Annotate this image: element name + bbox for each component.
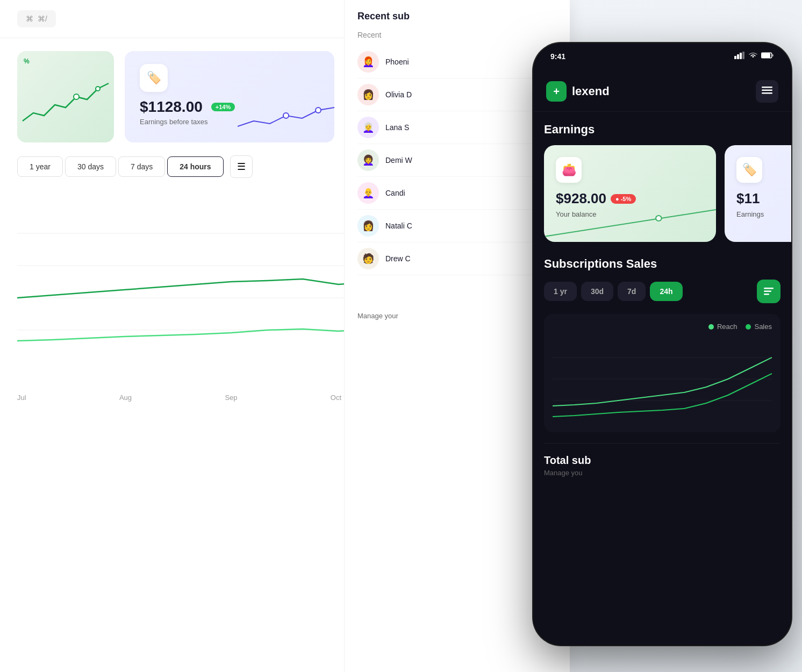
signal-bars-icon [734, 52, 745, 61]
hamburger-menu-button[interactable] [756, 80, 778, 103]
earnings-badge: +14% [211, 103, 235, 111]
battery-icon [761, 52, 774, 60]
subscriber-avatar-2: 👩‍🦳 [357, 117, 379, 138]
filter-1year[interactable]: 1 year [17, 156, 63, 177]
svg-point-19 [656, 216, 662, 221]
earnings-amount-row: $11 [736, 190, 791, 207]
subscriber-avatar-4: 👩‍🦲 [357, 182, 379, 204]
phone-filter-options-button[interactable] [757, 280, 780, 303]
svg-point-0 [74, 94, 79, 99]
x-axis-sep: Sep [225, 394, 237, 402]
phone-earnings-card: 🏷️ $11 Earnings [725, 145, 791, 242]
svg-rect-11 [742, 52, 744, 59]
list-item: 👩‍🦲 Candi [357, 177, 557, 210]
svg-rect-14 [762, 53, 770, 58]
list-item: 👩‍🦳 Lana S [357, 111, 557, 144]
phone-total-sub-title: Total sub [544, 454, 780, 467]
x-axis-aug: Aug [119, 394, 132, 402]
x-axis-oct: Oct [331, 394, 341, 402]
filter-30days[interactable]: 30 days [65, 156, 116, 177]
earnings-section-title: Earnings [544, 123, 780, 137]
app-logo-icon: + [546, 81, 567, 102]
filter-24hours[interactable]: 24 hours [167, 156, 223, 177]
x-axis-jul: Jul [17, 394, 26, 402]
phone-chart-legend: Reach Sales [553, 323, 772, 331]
subscriber-avatar-5: 👩 [357, 215, 379, 237]
svg-rect-10 [740, 53, 742, 59]
subscriber-name-2: Lana S [385, 123, 409, 132]
filter-options-button[interactable]: ☰ [230, 155, 253, 178]
subscriber-name-1: Olivia D [385, 90, 412, 99]
phone-total-sub-section: Total sub Manage you [544, 443, 780, 477]
subscriber-avatar-6: 🧑 [357, 248, 379, 269]
wallet-icon: 👛 [556, 157, 582, 183]
recent-section-label: Recent [357, 31, 557, 39]
app-logo: + lexend [546, 81, 610, 102]
phone-chart-area: Reach Sales [544, 314, 780, 432]
phone-navbar: + lexend [533, 76, 791, 112]
wifi-icon [748, 52, 758, 61]
phone-earnings-cards: 👛 $928.00 ● -5% Your balance [544, 145, 780, 242]
svg-rect-17 [762, 90, 772, 91]
svg-point-3 [316, 108, 321, 113]
list-item: 👩 Natali C [357, 210, 557, 242]
reach-chart-card: % [17, 51, 114, 142]
recent-sub-title: Recent sub [357, 11, 557, 22]
subscriber-name-5: Natali C [385, 221, 412, 230]
subscribers-list: 👩‍🦰 Phoeni 👩 Olivia D 👩‍🦳 Lana S 👩‍🦱 Dem… [357, 46, 557, 275]
svg-rect-18 [762, 92, 772, 94]
balance-mini-chart [544, 199, 716, 242]
subscriber-name-3: Demi W [385, 156, 412, 165]
earnings-value: $11 [736, 190, 760, 207]
phone-filter-1yr[interactable]: 1 yr [544, 282, 577, 301]
search-bar[interactable]: ⌘ ⌘/ [17, 10, 56, 27]
mini-chart-reach [17, 51, 114, 142]
list-item: 👩 Olivia D [357, 78, 557, 111]
earnings-before-label: Earnings [736, 210, 791, 218]
svg-point-1 [96, 87, 100, 91]
search-shortcut: ⌘/ [38, 15, 47, 23]
total-sub-desc: Manage your [357, 312, 557, 320]
phone-legend-reach: Reach [708, 323, 737, 331]
phone-legend-sales: Sales [746, 323, 772, 331]
subscriber-name-6: Drew C [385, 254, 411, 263]
svg-rect-8 [734, 56, 736, 59]
phone-filter-30d[interactable]: 30d [581, 282, 613, 301]
svg-rect-20 [764, 288, 774, 289]
svg-rect-22 [764, 294, 769, 295]
discount-icon: 🏷️ [140, 64, 168, 92]
total-sub-section: Total sub Manage your [357, 286, 557, 320]
svg-point-2 [283, 113, 289, 118]
phone-time: 9:41 [550, 52, 565, 61]
mobile-phone: 9:41 [533, 43, 791, 645]
phone-subscriptions-chart [553, 336, 772, 422]
phone-sales-label: Sales [754, 323, 772, 331]
phone-sales-dot [746, 324, 751, 330]
hamburger-icon [762, 87, 772, 96]
phone-total-sub-desc: Manage you [544, 469, 780, 477]
filter-icon: ☰ [237, 161, 246, 173]
phone-screen: 9:41 [533, 43, 791, 645]
subscriptions-section-title: Subscriptions Sales [544, 257, 780, 271]
tag-icon: 🏷️ [736, 157, 762, 183]
phone-filter-24h[interactable]: 24h [650, 282, 682, 301]
subscriber-name-0: Phoeni [385, 58, 409, 66]
phone-reach-dot [708, 324, 714, 330]
phone-content: Earnings 👛 $928.00 ● -5% Your balance [533, 112, 791, 644]
subscriber-name-4: Candi [385, 189, 405, 197]
earnings-mini-chart [238, 99, 334, 132]
list-item: 🧑 Drew C [357, 242, 557, 275]
phone-balance-card: 👛 $928.00 ● -5% Your balance [544, 145, 716, 242]
list-item: 👩‍🦱 Demi W [357, 144, 557, 177]
earnings-before-taxes-card: 🏷️ $1128.00 +14% Earnings before taxes [125, 51, 334, 142]
search-icon: ⌘ [26, 15, 33, 23]
notch-spacer [533, 65, 791, 76]
app-name: lexend [572, 84, 610, 98]
phone-status-bar: 9:41 [533, 43, 791, 65]
percentage-label: % [24, 58, 30, 65]
subscriber-avatar-0: 👩‍🦰 [357, 51, 379, 73]
phone-filter-7d[interactable]: 7d [618, 282, 646, 301]
subscriber-avatar-1: 👩 [357, 84, 379, 105]
filter-7days[interactable]: 7 days [118, 156, 165, 177]
phone-reach-label: Reach [717, 323, 737, 331]
